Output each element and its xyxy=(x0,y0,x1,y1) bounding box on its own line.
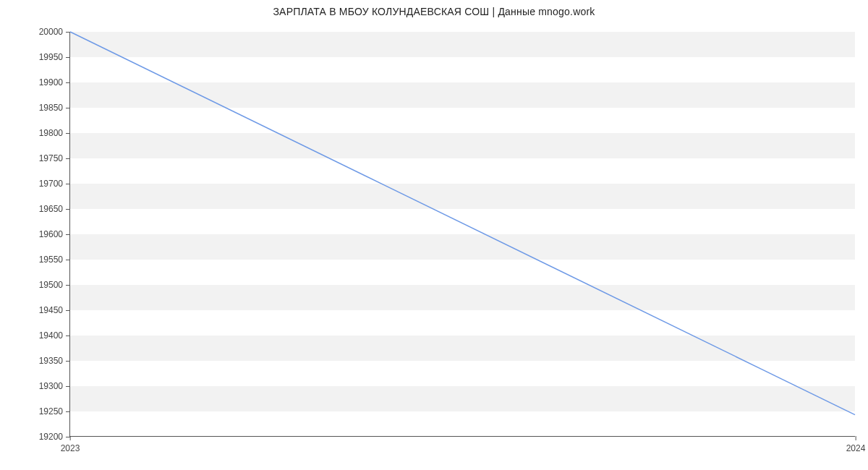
y-tick-label: 19850 xyxy=(39,103,70,113)
y-tick-label: 19700 xyxy=(39,179,70,189)
y-tick-label: 19950 xyxy=(39,52,70,62)
y-tick-label: 19800 xyxy=(39,128,70,138)
y-tick-label: 20000 xyxy=(39,27,70,37)
y-tick-label: 19600 xyxy=(39,229,70,239)
y-tick-label: 19400 xyxy=(39,330,70,341)
y-tick-label: 19350 xyxy=(39,356,70,366)
y-tick-label: 19650 xyxy=(39,204,70,214)
plot-area: 1920019250193001935019400194501950019550… xyxy=(69,32,855,437)
y-tick-label: 19750 xyxy=(39,153,70,163)
x-tick-label: 2023 xyxy=(61,436,80,453)
y-tick-label: 19900 xyxy=(39,77,70,87)
chart-title: ЗАРПЛАТА В МБОУ КОЛУНДАЕВСКАЯ СОШ | Данн… xyxy=(0,6,868,17)
y-tick-label: 19250 xyxy=(39,406,70,416)
line-series xyxy=(70,32,855,436)
y-tick-label: 19500 xyxy=(39,280,70,290)
x-tick-label: 2024 xyxy=(846,436,866,453)
y-tick-label: 19450 xyxy=(39,305,70,315)
y-tick-label: 19300 xyxy=(39,381,70,391)
y-tick-label: 19550 xyxy=(39,255,70,265)
